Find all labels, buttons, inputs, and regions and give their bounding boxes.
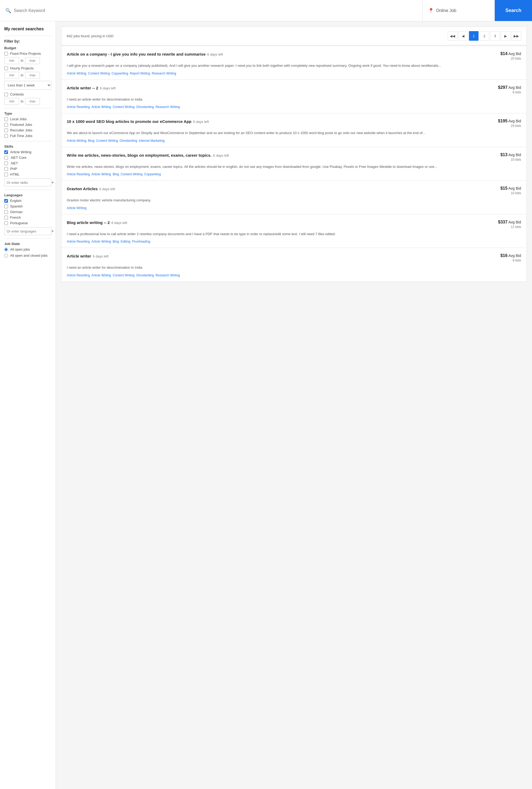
- skill-checkbox-item-2[interactable]: .NET: [4, 161, 51, 165]
- job-tag-5-4[interactable]: Proofreading: [132, 240, 150, 244]
- job-tag-1-4[interactable]: Research Writing: [156, 105, 180, 109]
- skill-checkbox-2[interactable]: [4, 161, 8, 165]
- budget-min-input[interactable]: [4, 57, 19, 64]
- skills-input[interactable]: [7, 180, 51, 185]
- language-checkbox-1[interactable]: [4, 205, 8, 208]
- job-tag-0-2[interactable]: Copywriting: [111, 72, 128, 75]
- job-title-6[interactable]: Article writer: [67, 254, 91, 258]
- job-tag-1-1[interactable]: Article Writing: [92, 105, 111, 109]
- job-tag-2-1[interactable]: Blog: [88, 139, 94, 142]
- job-title-3[interactable]: Write me articles, news-stories, blogs o…: [67, 153, 211, 157]
- job-tag-5-1[interactable]: Article Writing: [92, 240, 111, 244]
- job-tag-6-2[interactable]: Content Writing: [113, 273, 135, 277]
- skill-checkbox-item-0[interactable]: Article Writing: [4, 150, 51, 154]
- pagination-page-3[interactable]: 3: [490, 31, 500, 41]
- job-tag-3-0[interactable]: Article Rewriting: [67, 172, 90, 176]
- language-checkbox-4[interactable]: [4, 221, 8, 225]
- skill-checkbox-item-3[interactable]: PHP: [4, 167, 51, 171]
- contests-checkbox[interactable]: [4, 93, 8, 96]
- language-checkbox-2[interactable]: [4, 210, 8, 214]
- contests-min-input[interactable]: [4, 98, 19, 105]
- contests-checkbox-item[interactable]: Contests: [4, 92, 51, 96]
- skill-checkbox-0[interactable]: [4, 150, 8, 154]
- languages-plus-icon[interactable]: +: [51, 229, 54, 234]
- job-tag-5-3[interactable]: Editing: [121, 240, 131, 244]
- featured-jobs-checkbox[interactable]: [4, 123, 8, 127]
- job-tag-3-1[interactable]: Article Writing: [92, 172, 111, 176]
- job-state-radio-item-1[interactable]: All open and closed jobs: [4, 253, 51, 257]
- job-tag-2-2[interactable]: Content Writing: [96, 139, 118, 142]
- job-days-left-6: 6 days left: [93, 254, 109, 258]
- skill-checkbox-item-4[interactable]: HTML: [4, 172, 51, 176]
- job-tag-3-3[interactable]: Content Writing: [121, 172, 142, 176]
- local-jobs-checkbox-item[interactable]: Local Jobs: [4, 117, 51, 121]
- job-tag-1-3[interactable]: Ghostwriting: [136, 105, 154, 109]
- language-checkbox-item-1[interactable]: Spanish: [4, 204, 51, 208]
- location-input[interactable]: [436, 8, 489, 13]
- skill-checkbox-4[interactable]: [4, 173, 8, 176]
- contests-max-input[interactable]: [25, 98, 40, 105]
- budget-max-input[interactable]: [25, 57, 40, 64]
- hourly-max-input[interactable]: [25, 72, 40, 79]
- pagination-prev[interactable]: ◀: [458, 31, 468, 41]
- language-checkbox-item-3[interactable]: French: [4, 215, 51, 219]
- local-jobs-checkbox[interactable]: [4, 117, 8, 121]
- full-time-jobs-checkbox-item[interactable]: Full Time Jobs: [4, 134, 51, 138]
- job-tag-2-3[interactable]: Ghostwriting: [119, 139, 137, 142]
- job-tag-0-3[interactable]: Report Writing: [130, 72, 150, 75]
- job-tag-0-4[interactable]: Research Writing: [152, 72, 176, 75]
- job-tag-3-4[interactable]: Copywriting: [144, 172, 161, 176]
- job-tag-6-0[interactable]: Article Rewriting: [67, 273, 90, 277]
- job-tag-4-0[interactable]: Article Writing: [67, 206, 87, 210]
- job-tag-3-2[interactable]: Blog: [113, 172, 119, 176]
- pagination-last[interactable]: ▶▶: [512, 31, 521, 41]
- recruiter-jobs-checkbox[interactable]: [4, 129, 8, 132]
- pagination-page-2[interactable]: 2: [480, 31, 489, 41]
- job-state-radio-item-0[interactable]: All open jobs: [4, 247, 51, 251]
- search-keyword-input[interactable]: [14, 8, 417, 13]
- job-tag-6-3[interactable]: Ghostwriting: [136, 273, 154, 277]
- fixed-price-checkbox-item[interactable]: Fixed Price Projects: [4, 52, 51, 56]
- featured-jobs-checkbox-item[interactable]: Featured Jobs: [4, 123, 51, 127]
- pagination-page-1[interactable]: 1: [469, 31, 478, 41]
- language-checkbox-item-4[interactable]: Portuguese: [4, 221, 51, 225]
- job-state-radio-0[interactable]: [4, 248, 8, 251]
- job-tag-5-0[interactable]: Article Rewriting: [67, 240, 90, 244]
- job-tag-1-0[interactable]: Article Rewriting: [67, 105, 90, 109]
- job-title-5[interactable]: Blog article writing -- 2: [67, 220, 110, 225]
- job-title-2[interactable]: 10 x 1000 word SEO blog articles to prom…: [67, 119, 191, 124]
- job-tag-0-0[interactable]: Article Writing: [67, 72, 87, 75]
- job-title-4[interactable]: Gravton Articles: [67, 187, 98, 191]
- job-tag-1-2[interactable]: Content Writing: [113, 105, 135, 109]
- language-checkbox-item-2[interactable]: German: [4, 210, 51, 214]
- recruiter-jobs-checkbox-item[interactable]: Recruiter Jobs: [4, 128, 51, 132]
- fixed-price-checkbox[interactable]: [4, 52, 8, 56]
- hourly-projects-checkbox-item[interactable]: Hourly Projects: [4, 66, 51, 70]
- language-checkbox-0[interactable]: [4, 199, 8, 203]
- skill-checkbox-3[interactable]: [4, 167, 8, 171]
- job-title-1[interactable]: Article writer -- 2: [67, 86, 98, 90]
- job-avg-bid-6: $16 Avg Bid: [494, 253, 521, 258]
- job-tag-5-2[interactable]: Blog: [113, 240, 119, 244]
- hourly-min-input[interactable]: [4, 72, 19, 79]
- search-button[interactable]: Search: [495, 0, 532, 21]
- job-tag-0-1[interactable]: Content Writing: [88, 72, 110, 75]
- skill-checkbox-1[interactable]: [4, 156, 8, 160]
- job-tag-6-1[interactable]: Article Writing: [92, 273, 111, 277]
- full-time-jobs-checkbox[interactable]: [4, 134, 8, 138]
- skills-plus-icon[interactable]: +: [51, 180, 54, 185]
- hourly-projects-checkbox[interactable]: [4, 66, 8, 70]
- language-checkbox-3[interactable]: [4, 216, 8, 219]
- job-state-radio-1[interactable]: [4, 254, 8, 257]
- job-bid-section-5: $337 Avg Bid12 bids: [494, 220, 521, 229]
- languages-input[interactable]: [7, 229, 51, 233]
- skill-checkbox-item-1[interactable]: .NET Core: [4, 156, 51, 160]
- job-tag-6-4[interactable]: Research Writing: [156, 273, 180, 277]
- duration-select[interactable]: Less than 1 week Less than 2 weeks Less …: [4, 81, 51, 90]
- job-tag-2-4[interactable]: Internet Marketing: [139, 139, 165, 142]
- pagination-next[interactable]: ▶: [501, 31, 510, 41]
- language-checkbox-item-0[interactable]: English: [4, 199, 51, 203]
- pagination-first[interactable]: ◀◀: [448, 31, 457, 41]
- job-title-0[interactable]: Article on a company - I give you info y…: [67, 52, 206, 56]
- job-tag-2-0[interactable]: Article Writing: [67, 139, 87, 142]
